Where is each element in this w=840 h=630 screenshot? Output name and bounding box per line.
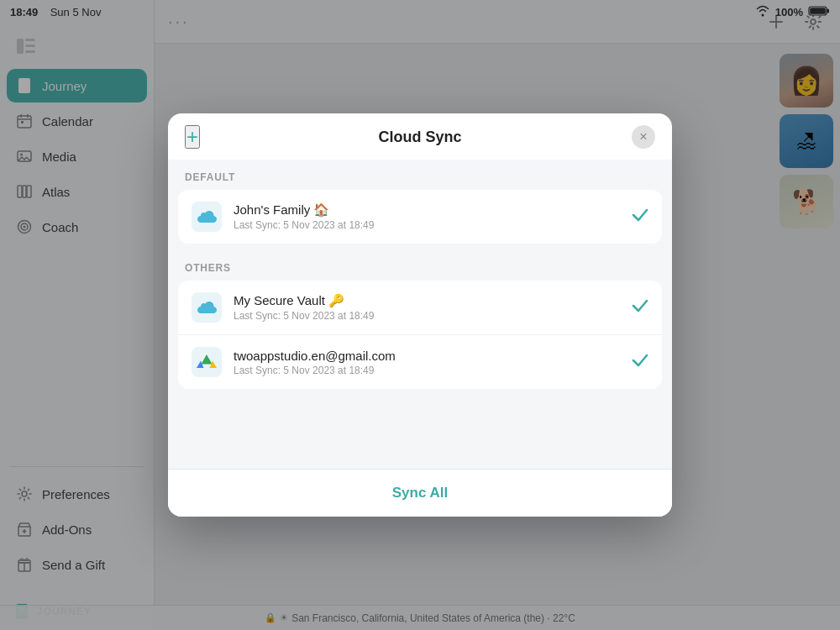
sync-item-sub-johns-family: Last Sync: 5 Nov 2023 at 18:49 (234, 219, 620, 231)
sync-item-sub-secure-vault: Last Sync: 5 Nov 2023 at 18:49 (234, 310, 620, 322)
sync-item-info-secure-vault: My Secure Vault 🔑 Last Sync: 5 Nov 2023 … (234, 293, 620, 322)
sync-item-icon-gdrive (192, 347, 222, 377)
modal-header: + Cloud Sync × (168, 113, 672, 160)
modal-body: DEFAULT John's Family 🏠 Last Sync: 5 No (168, 160, 672, 469)
section-others: OTHERS My Secure Vault 🔑 Last Sync: 5 No… (168, 250, 672, 389)
sync-item-secure-vault[interactable]: My Secure Vault 🔑 Last Sync: 5 Nov 2023 … (178, 281, 662, 335)
sync-check-secure-vault (632, 299, 648, 317)
section-others-label: OTHERS (168, 250, 672, 281)
sync-list-default: John's Family 🏠 Last Sync: 5 Nov 2023 at… (178, 190, 662, 244)
sync-item-icon-icloud (192, 202, 222, 232)
sync-item-info-google: twoappstudio.en@gmail.com Last Sync: 5 N… (234, 349, 620, 376)
sync-item-google[interactable]: twoappstudio.en@gmail.com Last Sync: 5 N… (178, 335, 662, 389)
section-default: DEFAULT John's Family 🏠 Last Sync: 5 No (168, 160, 672, 244)
sync-check-johns-family (632, 208, 648, 226)
sync-list-others: My Secure Vault 🔑 Last Sync: 5 Nov 2023 … (178, 281, 662, 389)
sync-item-info-johns-family: John's Family 🏠 Last Sync: 5 Nov 2023 at… (234, 202, 620, 231)
modal-title: Cloud Sync (378, 129, 461, 146)
modal-overlay: + Cloud Sync × DEFAULT (0, 0, 840, 630)
section-default-label: DEFAULT (168, 160, 672, 190)
sync-check-google (632, 354, 648, 371)
sync-item-johns-family[interactable]: John's Family 🏠 Last Sync: 5 Nov 2023 at… (178, 190, 662, 244)
sync-item-name-secure-vault: My Secure Vault 🔑 (234, 293, 620, 308)
cloud-sync-modal: + Cloud Sync × DEFAULT (168, 113, 672, 517)
close-icon: × (639, 130, 647, 144)
sync-item-name-google: twoappstudio.en@gmail.com (234, 349, 620, 363)
sync-all-button[interactable]: Sync All (168, 470, 672, 517)
modal-footer: Sync All (168, 469, 672, 517)
sync-item-icon-secure-vault (192, 292, 222, 323)
modal-add-button[interactable]: + (185, 125, 200, 149)
sync-item-sub-google: Last Sync: 5 Nov 2023 at 18:49 (234, 365, 620, 376)
modal-close-button[interactable]: × (632, 125, 655, 149)
sync-item-name-johns-family: John's Family 🏠 (234, 202, 620, 218)
